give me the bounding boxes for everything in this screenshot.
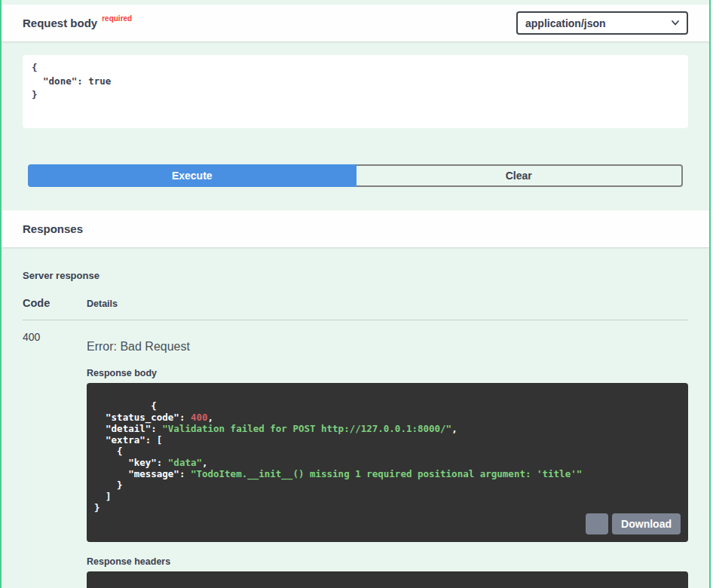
download-button[interactable]: Download — [612, 513, 681, 534]
details-column-header: Details — [87, 299, 118, 309]
content-type-select[interactable]: application/json — [516, 11, 688, 35]
execute-button-group: Execute Clear — [28, 164, 683, 187]
execute-button[interactable]: Execute — [28, 164, 356, 187]
response-headers-label: Response headers — [87, 556, 688, 567]
response-headers-block: content-length: 185 content-type: applic… — [87, 571, 688, 588]
response-row: 400 Error: Bad Request Response body { "… — [23, 329, 688, 588]
copy-to-clipboard-button[interactable] — [586, 513, 608, 534]
response-body-code: { "status_code": 400, "detail": "Validat… — [87, 383, 688, 542]
response-body-label: Response body — [87, 368, 688, 378]
operation-block: Request body required application/json {… — [0, 0, 711, 588]
request-body-header: Request body required application/json — [2, 5, 709, 41]
responses-header: Responses — [2, 210, 709, 247]
response-details: Error: Bad Request Response body { "stat… — [87, 329, 688, 588]
code-controls: Download — [586, 513, 681, 534]
code-column-header: Code — [23, 297, 87, 309]
responses-title: Responses — [23, 222, 83, 235]
request-body-input[interactable]: { "done": true } — [23, 55, 688, 128]
clear-button[interactable]: Clear — [356, 164, 684, 187]
server-response-label: Server response — [23, 270, 688, 281]
response-status-text: Error: Bad Request — [87, 340, 688, 354]
required-label: required — [102, 14, 132, 23]
responses-table-header: Code Details — [23, 297, 688, 320]
request-body-editor-area: { "done": true } — [2, 41, 709, 128]
response-body-json: { "status_code": 400, "detail": "Validat… — [94, 400, 582, 513]
responses-section: Server response Code Details 400 Error: … — [2, 270, 709, 588]
response-status-code: 400 — [23, 329, 87, 588]
content-type-select-wrap: application/json — [516, 11, 688, 35]
request-body-title: Request body — [23, 17, 97, 29]
